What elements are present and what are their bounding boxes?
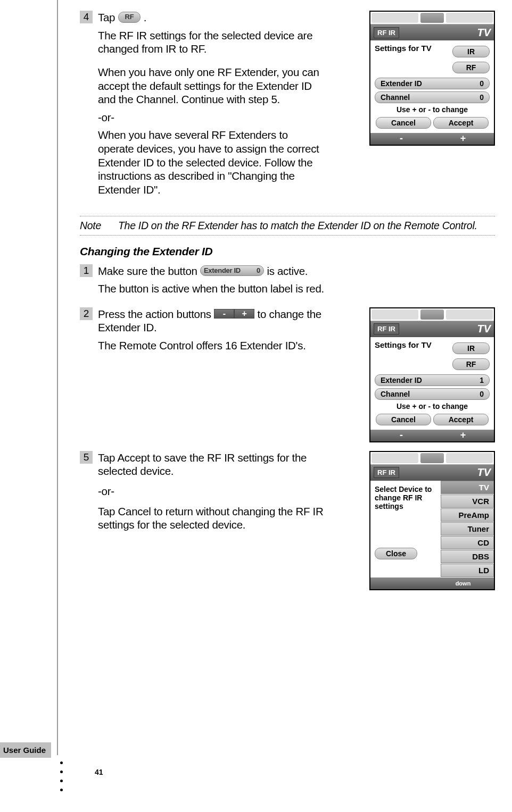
channel-label: Channel: [381, 390, 410, 398]
footer-dots-icon: [60, 761, 63, 791]
settings-for-label: Settings for TV: [375, 340, 447, 349]
plus-button[interactable]: +: [432, 430, 494, 441]
step4-text: When you have several RF Extenders to op…: [98, 128, 325, 196]
step4-text: .: [144, 11, 146, 23]
rf-button[interactable]: RF: [452, 358, 490, 370]
down-button[interactable]: down: [432, 577, 494, 589]
vertical-rule: [57, 0, 58, 755]
plus-icon: +: [234, 309, 254, 319]
ribbon-tab: RF IR: [374, 467, 399, 478]
minus-icon: -: [214, 309, 234, 319]
ir-button[interactable]: IR: [452, 46, 490, 57]
note-label: Note: [80, 220, 118, 232]
extender-id-value: 1: [480, 376, 484, 384]
extender-id-label: Extender ID: [381, 79, 422, 88]
cancel-button[interactable]: Cancel: [376, 414, 431, 425]
screenshot-settings-1: RF IR TV Settings for TV IR RF Extender …: [369, 11, 495, 146]
minus-plus-icon: - +: [214, 309, 254, 319]
step-body: Make sure the button Extender ID 0 is ac…: [98, 264, 495, 300]
ribbon-device: TV: [477, 466, 491, 479]
step4-text: The RF IR settings for the selected devi…: [98, 29, 325, 56]
select-device-prompt: Select Device to change RF IR settings: [375, 485, 439, 510]
step5-or: -or-: [98, 484, 325, 498]
footer-user-guide: User Guide: [0, 742, 51, 758]
step2-text: The Remote Control offers 16 Extender ID…: [98, 339, 325, 353]
accept-button[interactable]: Accept: [433, 117, 489, 129]
pill-value: 0: [257, 266, 260, 275]
rf-button[interactable]: RF: [452, 62, 490, 73]
ribbon-tab: RF IR: [374, 323, 399, 334]
hint-text: Use + or - to change: [375, 402, 490, 411]
ribbon-device: TV: [477, 27, 491, 39]
minus-button[interactable]: -: [370, 430, 432, 441]
step1-text: The button is active when the button lab…: [98, 282, 495, 296]
accept-button[interactable]: Accept: [433, 414, 489, 425]
step-number: 4: [80, 11, 93, 23]
rf-pill-icon: RF: [118, 12, 141, 22]
settings-for-label: Settings for TV: [375, 44, 447, 53]
close-button[interactable]: Close: [375, 548, 417, 559]
step-body: Tap RF . The RF IR settings for the sele…: [98, 11, 325, 201]
cancel-button[interactable]: Cancel: [376, 117, 431, 129]
footer-blank: [370, 577, 432, 589]
step-body: Press the action buttons - + to change t…: [98, 307, 325, 357]
page-content: 4 Tap RF . The RF IR settings for the se…: [80, 11, 495, 599]
device-item[interactable]: TV: [441, 481, 494, 494]
screenshot-device-list: RF IR TV Select Device to change RF IR s…: [369, 451, 495, 590]
note-block: Note The ID on the RF Extender has to ma…: [80, 216, 495, 236]
channel-label: Channel: [381, 93, 410, 102]
step4-text: Tap: [98, 11, 118, 23]
device-item[interactable]: LD: [441, 564, 494, 577]
ribbon-device: TV: [477, 323, 491, 335]
screenshot-settings-2: RF IR TV Settings for TV IR RF Extender …: [369, 307, 495, 442]
extender-id-value: 0: [480, 79, 484, 88]
step4-or: -or-: [98, 111, 325, 124]
step1-text: is active.: [267, 265, 308, 277]
step5-text: Tap Accept to save the RF IR settings fo…: [98, 451, 325, 478]
step4-text: When you have only one RF Extender, you …: [98, 65, 325, 106]
step-number: 5: [80, 451, 93, 464]
extender-id-button[interactable]: Extender ID 0: [375, 78, 490, 89]
step-body: Tap Accept to save the RF IR settings fo…: [98, 451, 325, 536]
hint-text: Use + or - to change: [375, 105, 490, 114]
step2-text: Press the action buttons: [98, 308, 214, 320]
device-item[interactable]: DBS: [441, 550, 494, 563]
extender-id-button[interactable]: Extender ID 1: [375, 374, 490, 386]
step-number: 1: [80, 264, 93, 277]
device-item[interactable]: CD: [441, 536, 494, 549]
page-number: 41: [95, 768, 103, 776]
channel-value: 0: [480, 93, 484, 102]
extender-id-pill-icon: Extender ID 0: [200, 265, 264, 276]
subheading: Changing the Extender ID: [80, 245, 495, 258]
step1-text: Make sure the button: [98, 265, 200, 277]
step-number: 2: [80, 307, 93, 320]
pill-label: Extender ID: [204, 266, 241, 274]
channel-button[interactable]: Channel 0: [375, 388, 490, 400]
device-item[interactable]: PreAmp: [441, 508, 494, 522]
ir-button[interactable]: IR: [452, 342, 490, 354]
extender-id-label: Extender ID: [381, 376, 422, 384]
channel-button[interactable]: Channel 0: [375, 91, 490, 103]
ribbon-tab: RF IR: [374, 27, 399, 38]
device-item[interactable]: VCR: [441, 495, 494, 508]
step5-text: Tap Cancel to return without changing th…: [98, 505, 325, 532]
plus-button[interactable]: +: [432, 133, 494, 145]
minus-button[interactable]: -: [370, 133, 432, 145]
note-text: The ID on the RF Extender has to match t…: [118, 220, 477, 232]
channel-value: 0: [480, 390, 484, 398]
device-item[interactable]: Tuner: [441, 522, 494, 535]
